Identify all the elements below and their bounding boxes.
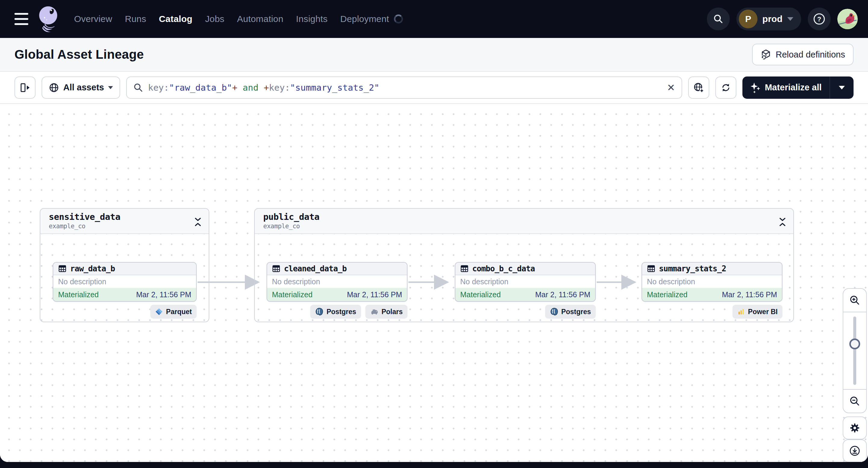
gear-icon xyxy=(849,422,861,434)
nav-item-catalog[interactable]: Catalog xyxy=(159,14,192,24)
materialize-all-button[interactable]: Materialize all xyxy=(742,76,854,99)
zoom-slider-track[interactable] xyxy=(853,316,856,385)
materialize-all-label: Materialize all xyxy=(765,83,822,92)
asset-search-input[interactable]: key:"raw_data_b"+ and +key:"summary_stat… xyxy=(126,76,682,99)
zoom-out-button[interactable] xyxy=(843,389,866,413)
bird-avatar-image xyxy=(837,9,858,29)
group-name: public_data xyxy=(263,212,787,222)
download-icon xyxy=(849,445,861,457)
download-image-button[interactable] xyxy=(843,439,867,462)
graph-settings-button[interactable] xyxy=(843,416,867,439)
reload-definitions-button[interactable]: Reload definitions xyxy=(752,44,854,65)
nav-item-overview[interactable]: Overview xyxy=(74,14,112,24)
environment-name: prod xyxy=(762,14,782,24)
group-name: sensitive_data xyxy=(49,212,202,222)
asset-timestamp: Mar 2, 11:56 PM xyxy=(722,290,777,299)
asset-node-combo-b-c-data[interactable]: combo_b_c_data No description Materializ… xyxy=(455,262,596,302)
zoom-slider[interactable] xyxy=(843,312,866,389)
materialize-options-caret[interactable] xyxy=(830,76,854,99)
help-button[interactable]: ? xyxy=(808,7,831,30)
lineage-toolbar: All assets key:"raw_data_b"+ and +key:"s… xyxy=(0,72,868,104)
zoom-slider-thumb[interactable] xyxy=(849,339,860,349)
asset-node-header: combo_b_c_data xyxy=(455,262,595,275)
asset-description: No description xyxy=(267,275,407,288)
asset-name: summary_stats_2 xyxy=(659,264,726,273)
collapse-group-icon[interactable] xyxy=(777,216,788,228)
tag-postgres[interactable]: Postgres xyxy=(545,305,596,319)
asset-scope-dropdown[interactable]: All assets xyxy=(41,76,120,99)
tag-power-bi[interactable]: Power BI xyxy=(733,305,782,319)
tag-parquet[interactable]: Parquet xyxy=(150,305,197,319)
zoom-in-button[interactable] xyxy=(843,289,866,312)
nav-item-insights[interactable]: Insights xyxy=(296,14,328,24)
asset-node-header: summary_stats_2 xyxy=(642,262,782,275)
chevron-down-icon xyxy=(787,17,793,21)
chevron-down-icon xyxy=(839,86,845,89)
table-icon xyxy=(58,264,67,273)
nav-item-runs[interactable]: Runs xyxy=(125,14,146,24)
open-sidebar-button[interactable] xyxy=(14,76,35,99)
tag-postgres[interactable]: Postgres xyxy=(310,305,361,319)
asset-node-header: raw_data_b xyxy=(53,262,196,275)
nav-item-deployment[interactable]: Deployment xyxy=(340,14,403,24)
search-icon xyxy=(713,14,723,24)
tag-label: Parquet xyxy=(166,308,192,316)
postgres-icon xyxy=(550,308,558,316)
lineage-canvas[interactable]: sensitive_data example_co public_data ex… xyxy=(0,104,868,462)
group-header: sensitive_data example_co xyxy=(40,209,209,234)
environment-avatar: P xyxy=(739,10,757,28)
global-search-button[interactable] xyxy=(707,7,730,30)
table-icon xyxy=(647,264,655,273)
sparkles-icon xyxy=(750,82,761,93)
panel-expand-icon xyxy=(20,82,30,93)
app-window: Overview Runs Catalog Jobs Automation In… xyxy=(0,0,868,462)
postgres-icon xyxy=(315,308,323,316)
nav-item-deployment-label: Deployment xyxy=(340,14,389,24)
asset-timestamp: Mar 2, 11:56 PM xyxy=(535,290,590,299)
user-avatar[interactable] xyxy=(837,9,858,29)
page-header: Global Asset Lineage Reload definitions xyxy=(0,38,868,72)
tag-polars[interactable]: Polars xyxy=(365,305,407,319)
asset-timestamp: Mar 2, 11:56 PM xyxy=(136,290,191,299)
dagster-logo-icon[interactable] xyxy=(36,5,60,33)
environment-switcher[interactable]: P prod xyxy=(736,7,801,30)
asset-tags-raw-data-b: Parquet xyxy=(150,305,197,319)
group-location: example_co xyxy=(49,223,202,230)
help-icon: ? xyxy=(813,12,826,26)
globe-add-icon xyxy=(693,82,704,93)
table-icon xyxy=(460,264,469,273)
group-header: public_data example_co xyxy=(255,209,793,234)
nav-item-automation[interactable]: Automation xyxy=(237,14,283,24)
asset-node-raw-data-b[interactable]: raw_data_b No description Materialized M… xyxy=(53,262,197,302)
refresh-button[interactable] xyxy=(715,76,736,99)
asset-name: raw_data_b xyxy=(70,264,115,273)
nav-item-jobs[interactable]: Jobs xyxy=(205,14,224,24)
asset-status-bar: Materialized Mar 2, 11:56 PM xyxy=(455,288,595,301)
refresh-icon xyxy=(720,82,731,93)
loading-spinner-icon xyxy=(394,14,403,24)
zoom-in-icon xyxy=(849,294,861,306)
asset-status-bar: Materialized Mar 2, 11:56 PM xyxy=(642,288,782,301)
nav-right-cluster: P prod ? xyxy=(707,7,858,30)
clear-search-button[interactable]: ✕ xyxy=(667,83,675,92)
zoom-out-icon xyxy=(849,396,861,407)
group-location: example_co xyxy=(263,223,787,230)
svg-text:?: ? xyxy=(817,15,821,23)
table-icon xyxy=(272,264,280,273)
asset-name: cleaned_data_b xyxy=(284,264,347,273)
materialize-all-main[interactable]: Materialize all xyxy=(742,76,830,99)
asset-node-cleaned-data-b[interactable]: cleaned_data_b No description Materializ… xyxy=(267,262,407,302)
power-bi-icon xyxy=(737,308,745,316)
collapse-group-icon[interactable] xyxy=(192,216,203,228)
chevron-down-icon xyxy=(108,86,113,89)
tag-label: Postgres xyxy=(561,308,591,316)
asset-status: Materialized xyxy=(647,290,688,299)
asset-status-bar: Materialized Mar 2, 11:56 PM xyxy=(53,288,196,301)
tag-label: Polars xyxy=(381,308,403,316)
tag-label: Power BI xyxy=(748,308,778,316)
asset-node-summary-stats-2[interactable]: summary_stats_2 No description Materiali… xyxy=(642,262,782,302)
asset-description: No description xyxy=(455,275,595,288)
save-view-button[interactable] xyxy=(688,76,709,99)
page-title: Global Asset Lineage xyxy=(14,47,144,62)
menu-hamburger-icon[interactable] xyxy=(14,13,28,25)
